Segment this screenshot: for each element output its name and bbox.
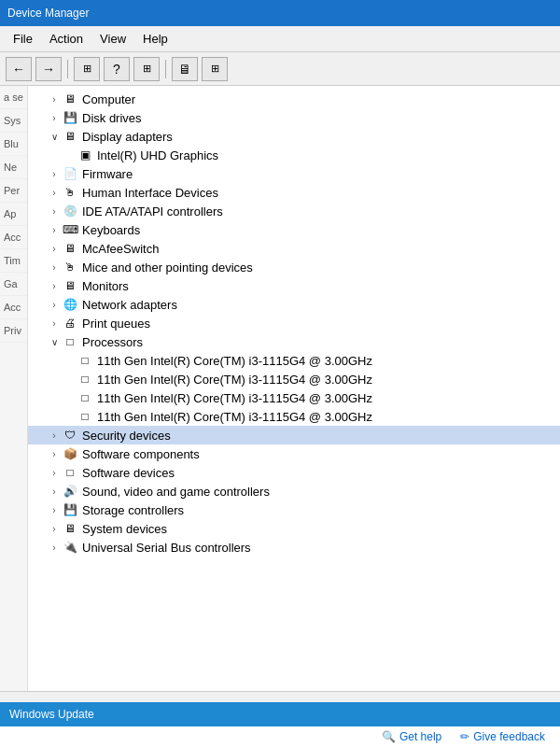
expand-arrow-display-adapters[interactable]: ∨ — [47, 132, 62, 142]
computer-button[interactable]: ⊞ — [74, 57, 100, 81]
tree-item-cpu3[interactable]: □11th Gen Intel(R) Core(TM) i3-1115G4 @ … — [28, 388, 560, 407]
tree-label-keyboards: Keyboards — [82, 223, 140, 237]
expand-arrow-hid[interactable]: › — [47, 188, 62, 198]
give-feedback-link[interactable]: ✏ Give feedback — [460, 730, 545, 743]
tree-label-sw-devices: Software devices — [82, 466, 175, 480]
sidebar-item-11: Priv — [0, 319, 27, 343]
tree-label-mice: Mice and other pointing devices — [82, 261, 253, 275]
expand-arrow-sound[interactable]: › — [47, 486, 62, 497]
tree-item-cpu2[interactable]: □11th Gen Intel(R) Core(TM) i3-1115G4 @ … — [28, 370, 560, 388]
forward-button[interactable]: → — [35, 57, 62, 81]
tree-label-display-adapters: Display adapters — [82, 130, 173, 144]
expand-arrow-usb[interactable]: › — [47, 543, 62, 553]
expand-arrow-print-queues[interactable]: › — [47, 318, 62, 329]
expand-arrow-keyboards[interactable]: › — [47, 225, 62, 235]
expand-arrow-storage[interactable]: › — [47, 505, 62, 515]
expand-arrow-processors[interactable]: ∨ — [47, 337, 62, 347]
sidebar-item-9: Ga — [0, 273, 27, 296]
tree-item-intel-uhd[interactable]: ▣Intel(R) UHD Graphics — [28, 146, 560, 164]
tree-icon-security: 🛡 — [62, 427, 78, 444]
tree-item-cpu4[interactable]: □11th Gen Intel(R) Core(TM) i3-1115G4 @ … — [28, 407, 560, 426]
expand-arrow-monitors[interactable]: › — [47, 281, 62, 291]
windows-update-label: Windows Update — [9, 708, 94, 721]
tree-icon-mice: 🖱 — [62, 259, 78, 275]
tree-icon-sw-devices: □ — [62, 464, 78, 481]
sidebar-item-1: a se — [0, 86, 27, 109]
tree-label-hid: Human Interface Devices — [82, 186, 218, 200]
tree-label-mcafeeswitch: McAfeeSwitch — [82, 242, 159, 256]
tree-icon-storage: 💾 — [62, 501, 78, 518]
device-tree[interactable]: ›🖥Computer›💾Disk drives∨🖥Display adapter… — [28, 86, 560, 691]
tree-item-mcafeeswitch[interactable]: ›🖥McAfeeSwitch — [28, 239, 560, 258]
tree-icon-hid: 🖱 — [62, 184, 78, 201]
tree-icon-display-adapters: 🖥 — [62, 128, 78, 145]
tree-label-sound: Sound, video and game controllers — [82, 485, 270, 499]
expand-arrow-disk-drives[interactable]: › — [47, 113, 62, 123]
tree-item-security[interactable]: ›🛡Security devices — [28, 426, 560, 444]
tree-item-disk-drives[interactable]: ›💾Disk drives — [28, 108, 560, 127]
tree-label-cpu2: 11th Gen Intel(R) Core(TM) i3-1115G4 @ 3… — [97, 373, 372, 387]
toolbar-separator — [67, 60, 68, 78]
sidebar-item-8: Tim — [0, 249, 27, 273]
menu-view[interactable]: View — [92, 30, 133, 48]
tree-item-print-queues[interactable]: ›🖨Print queues — [28, 314, 560, 332]
tree-item-display-adapters[interactable]: ∨🖥Display adapters — [28, 127, 560, 146]
toolbar: ← → ⊞ ? ⊞ 🖥 ⊞ — [0, 52, 560, 86]
expand-arrow-sw-components[interactable]: › — [47, 449, 62, 459]
tree-label-disk-drives: Disk drives — [82, 111, 142, 125]
expand-arrow-firmware[interactable]: › — [47, 169, 62, 179]
menu-help[interactable]: Help — [135, 30, 175, 48]
tree-icon-processors: □ — [62, 333, 78, 350]
tree-icon-computer: 🖥 — [62, 91, 78, 107]
expand-arrow-sw-devices[interactable]: › — [47, 468, 62, 478]
tree-item-firmware[interactable]: ›📄Firmware — [28, 164, 560, 183]
get-help-label: Get help — [399, 730, 441, 743]
tree-item-cpu1[interactable]: □11th Gen Intel(R) Core(TM) i3-1115G4 @ … — [28, 351, 560, 370]
tree-item-monitors[interactable]: ›🖥Monitors — [28, 276, 560, 295]
tree-item-keyboards[interactable]: ›⌨Keyboards — [28, 220, 560, 239]
tree-item-mice[interactable]: ›🖱Mice and other pointing devices — [28, 258, 560, 276]
toolbar-separator-2 — [165, 60, 166, 78]
back-button[interactable]: ← — [6, 57, 32, 81]
tree-item-sw-components[interactable]: ›📦Software components — [28, 444, 560, 463]
expand-arrow-security[interactable]: › — [47, 430, 62, 441]
menu-bar: File Action View Help — [0, 26, 560, 52]
display-button[interactable]: 🖥 — [172, 57, 198, 81]
tree-icon-disk-drives: 💾 — [62, 109, 78, 126]
scan-button[interactable]: ⊞ — [202, 57, 228, 81]
tree-item-sw-devices[interactable]: ›□Software devices — [28, 463, 560, 482]
tree-icon-cpu2: □ — [77, 371, 93, 388]
windows-update-bar[interactable]: Windows Update — [0, 702, 560, 726]
expand-arrow-computer[interactable]: › — [47, 94, 62, 105]
status-bar: Windows Update 🔍 Get help ✏ Give feedbac… — [0, 691, 560, 747]
tree-label-usb: Universal Serial Bus controllers — [82, 541, 251, 555]
properties-button[interactable]: ⊞ — [133, 57, 160, 81]
expand-arrow-network[interactable]: › — [47, 300, 62, 310]
expand-arrow-ide-ata[interactable]: › — [47, 206, 62, 217]
menu-file[interactable]: File — [6, 30, 40, 48]
tree-item-ide-ata[interactable]: ›💿IDE ATA/ATAPI controllers — [28, 202, 560, 220]
tree-item-sound[interactable]: ›🔊Sound, video and game controllers — [28, 482, 560, 500]
tree-item-computer[interactable]: ›🖥Computer — [28, 90, 560, 108]
tree-item-storage[interactable]: ›💾Storage controllers — [28, 500, 560, 519]
get-help-link[interactable]: 🔍 Get help — [382, 730, 441, 743]
tree-icon-network: 🌐 — [62, 296, 78, 313]
sidebar: a se Sys Blu Ne Per Ap Acc Tim Ga Acc Pr… — [0, 86, 28, 691]
tree-label-sw-components: Software components — [82, 447, 200, 461]
expand-arrow-mice[interactable]: › — [47, 262, 62, 273]
tree-label-monitors: Monitors — [82, 279, 129, 293]
tree-item-processors[interactable]: ∨□Processors — [28, 332, 560, 351]
sidebar-item-4: Ne — [0, 156, 27, 179]
tree-item-network[interactable]: ›🌐Network adapters — [28, 295, 560, 314]
give-feedback-icon: ✏ — [460, 730, 469, 743]
sidebar-item-6: Ap — [0, 203, 27, 226]
tree-item-hid[interactable]: ›🖱Human Interface Devices — [28, 183, 560, 202]
tree-item-usb[interactable]: ›🔌Universal Serial Bus controllers — [28, 538, 560, 557]
expand-arrow-system-devices[interactable]: › — [47, 524, 62, 534]
tree-label-print-queues: Print queues — [82, 317, 150, 331]
help-button[interactable]: ? — [104, 57, 130, 81]
tree-icon-sw-components: 📦 — [62, 445, 78, 462]
menu-action[interactable]: Action — [42, 30, 91, 48]
tree-item-system-devices[interactable]: ›🖥System devices — [28, 519, 560, 538]
expand-arrow-mcafeeswitch[interactable]: › — [47, 244, 62, 254]
